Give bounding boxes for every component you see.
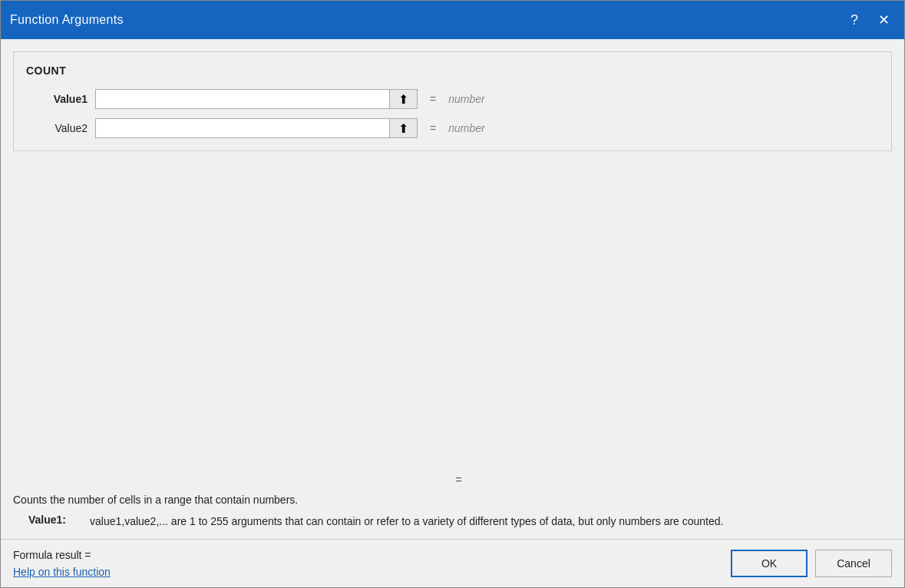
function-name: COUNT (26, 64, 879, 77)
expand-arrow-icon: ⬆ (398, 121, 408, 136)
expand-arrow-icon: ⬆ (398, 92, 408, 107)
value2-expand-button[interactable]: ⬆ (389, 119, 417, 137)
function-description: Counts the number of cells in a range th… (13, 494, 892, 506)
help-icon-button[interactable]: ? (843, 8, 866, 31)
argument-row-value2: Value2 ⬆ = number (26, 118, 879, 138)
formula-equals: = (1, 469, 904, 487)
arguments-area: Value1 ⬆ = number Value2 (26, 89, 879, 138)
dialog-title: Function Arguments (10, 13, 124, 27)
title-bar-controls: ? ✕ (843, 8, 895, 31)
button-group: OK Cancel (731, 550, 892, 577)
value2-input[interactable] (96, 119, 389, 137)
spacer (1, 151, 904, 469)
cancel-button[interactable]: Cancel (815, 550, 892, 577)
function-section: COUNT Value1 ⬆ = number Value2 (13, 51, 892, 151)
value1-expand-button[interactable]: ⬆ (389, 90, 417, 108)
ok-button[interactable]: OK (731, 550, 808, 577)
formula-result-area: Formula result = Help on this function (13, 549, 111, 578)
value1-input-container: ⬆ (95, 89, 418, 109)
value1-result: number (448, 93, 484, 105)
dialog-body: COUNT Value1 ⬆ = number Value2 (1, 39, 904, 587)
value2-result: number (448, 122, 484, 134)
function-arguments-dialog: Function Arguments ? ✕ COUNT Value1 ⬆ (0, 0, 905, 588)
value2-input-container: ⬆ (95, 118, 418, 138)
value2-label: Value2 (26, 122, 88, 134)
value-description-text: value1,value2,... are 1 to 255 arguments… (90, 514, 723, 530)
bottom-section: Formula result = Help on this function O… (1, 539, 904, 587)
value-description-label: Value1: (28, 514, 90, 526)
value-description: Value1: value1,value2,... are 1 to 255 a… (13, 514, 892, 530)
argument-row-value1: Value1 ⬆ = number (26, 89, 879, 109)
help-link[interactable]: Help on this function (13, 566, 111, 578)
formula-result-label: Formula result = (13, 549, 111, 561)
value2-equals: = (430, 122, 436, 134)
description-section: Counts the number of cells in a range th… (1, 487, 904, 539)
value1-input[interactable] (96, 90, 389, 108)
value1-label: Value1 (26, 93, 88, 105)
value1-equals: = (430, 93, 436, 105)
close-icon-button[interactable]: ✕ (872, 8, 895, 31)
title-bar: Function Arguments ? ✕ (1, 1, 904, 39)
